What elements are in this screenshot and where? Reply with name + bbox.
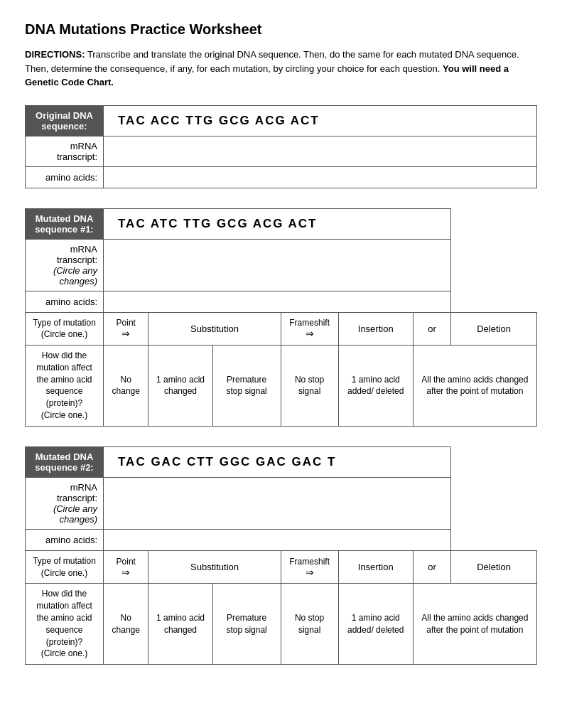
- original-mrna-label: mRNA transcript:: [26, 136, 104, 166]
- mutated2-all-amino: All the amino acids changed after the po…: [413, 584, 536, 665]
- mutated1-frameshift-cell: Frameshift ⇒: [281, 312, 338, 346]
- mutated1-or-cell: or: [413, 312, 450, 346]
- mutated2-amino-value[interactable]: [104, 529, 451, 550]
- original-header-cell: Original DNA sequence:: [26, 105, 104, 136]
- mutated2-dna-sequence: TAC GAC CTT GGC GAC GAC T: [104, 446, 451, 477]
- mutated2-dna-row: Mutated DNA sequence #2: TAC GAC CTT GGC…: [26, 446, 537, 477]
- original-dna-table: Original DNA sequence: TAC ACC TTG GCG A…: [25, 105, 537, 188]
- original-amino-row: amino acids:: [26, 166, 537, 188]
- mutated1-mrna-row: mRNA transcript: (Circle any changes): [26, 239, 537, 291]
- directions: DIRECTIONS: Transcribe and translate the…: [25, 48, 537, 90]
- mutated1-table: Mutated DNA sequence #1: TAC ATC TTG GCG…: [25, 208, 537, 427]
- mutated1-amino-row: amino acids:: [26, 291, 537, 312]
- mutated2-mrna-value[interactable]: [104, 477, 451, 529]
- mutated1-type-label: Type of mutation(Circle one.): [26, 312, 104, 346]
- directions-prefix: DIRECTIONS:: [25, 49, 85, 60]
- original-dna-row: Original DNA sequence: TAC ACC TTG GCG A…: [26, 105, 537, 136]
- mutated2-mrna-label: mRNA transcript: (Circle any changes): [26, 477, 104, 529]
- mutated2-no-change: No change: [104, 584, 148, 665]
- mutated1-mrna-label: mRNA transcript: (Circle any changes): [26, 239, 104, 291]
- mutated1-insertion-cell: Insertion: [338, 312, 413, 346]
- mutated1-substitution-cell: Substitution: [148, 312, 281, 346]
- mutated2-deletion-cell: Deletion: [451, 550, 537, 584]
- mutated2-how-row: How did the mutation affect the amino ac…: [26, 584, 537, 665]
- mutated2-table: Mutated DNA sequence #2: TAC GAC CTT GGC…: [25, 446, 537, 665]
- original-amino-value[interactable]: [104, 166, 537, 188]
- mutated1-one-amino: 1 amino acid changed: [148, 346, 212, 427]
- mutated1-header-cell: Mutated DNA sequence #1:: [26, 208, 104, 239]
- mutated2-frameshift-cell: Frameshift ⇒: [281, 550, 338, 584]
- original-dna-sequence: TAC ACC TTG GCG ACG ACT: [104, 105, 537, 136]
- mutated2-no-stop: No stop signal: [281, 584, 338, 665]
- mutated1-all-amino: All the amino acids changed after the po…: [413, 346, 536, 427]
- mutated1-mrna-value[interactable]: [104, 239, 451, 291]
- mutated2-amino-label: amino acids:: [26, 529, 104, 550]
- mutated1-no-change: No change: [104, 346, 148, 427]
- mutated2-type-row: Type of mutation(Circle one.) Point ⇒ Su…: [26, 550, 537, 584]
- mutated2-amino-row: amino acids:: [26, 529, 537, 550]
- mutated1-type-row: Type of mutation(Circle one.) Point ⇒ Su…: [26, 312, 537, 346]
- mutated2-or-cell: or: [413, 550, 450, 584]
- mutated1-dna-sequence: TAC ATC TTG GCG ACG ACT: [104, 208, 451, 239]
- mutated1-point-cell: Point ⇒: [104, 312, 148, 346]
- mutated2-type-label: Type of mutation(Circle one.): [26, 550, 104, 584]
- mutated1-dna-row: Mutated DNA sequence #1: TAC ATC TTG GCG…: [26, 208, 537, 239]
- mutated1-no-stop: No stop signal: [281, 346, 338, 427]
- mutated2-insertion-cell: Insertion: [338, 550, 413, 584]
- original-amino-label: amino acids:: [26, 166, 104, 188]
- original-mrna-value[interactable]: [104, 136, 537, 166]
- mutated2-header-cell: Mutated DNA sequence #2:: [26, 446, 104, 477]
- mutated2-substitution-cell: Substitution: [148, 550, 281, 584]
- mutated1-premature: Premature stop signal: [212, 346, 281, 427]
- mutated1-amino-label: amino acids:: [26, 291, 104, 312]
- mutated1-how-label: How did the mutation affect the amino ac…: [26, 346, 104, 427]
- mutated2-point-cell: Point ⇒: [104, 550, 148, 584]
- mutated1-how-row: How did the mutation affect the amino ac…: [26, 346, 537, 427]
- original-mrna-row: mRNA transcript:: [26, 136, 537, 166]
- mutated1-amino-value[interactable]: [104, 291, 451, 312]
- mutated1-one-amino-added: 1 amino acid added/ deleted: [338, 346, 413, 427]
- mutated2-one-amino: 1 amino acid changed: [148, 584, 212, 665]
- mutated2-mrna-row: mRNA transcript: (Circle any changes): [26, 477, 537, 529]
- page-title: DNA Mutations Practice Worksheet: [25, 21, 537, 38]
- mutated2-premature: Premature stop signal: [212, 584, 281, 665]
- mutated2-how-label: How did the mutation affect the amino ac…: [26, 584, 104, 665]
- mutated2-one-amino-added: 1 amino acid added/ deleted: [338, 584, 413, 665]
- mutated1-deletion-cell: Deletion: [451, 312, 537, 346]
